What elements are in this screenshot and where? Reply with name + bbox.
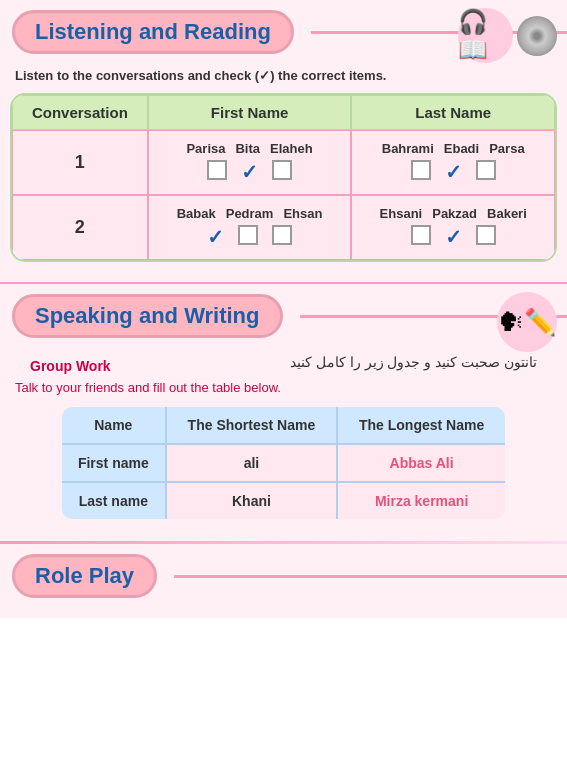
speaking-icon: 🗣✏️ [497, 292, 557, 352]
listening-reading-section: Listening and Reading 🎧📖 Listen to the c… [0, 0, 567, 284]
cb-babak-checked[interactable]: ✓ [207, 225, 224, 249]
roleplay-header: Role Play [12, 554, 157, 598]
names-table: Name The Shortest Name The Longest Name … [60, 405, 507, 521]
names-table-row-firstname: First name ali Abbas Ali [61, 444, 506, 482]
roleplay-title: Role Play [35, 563, 134, 589]
row-lastname-label: Last name [61, 482, 166, 520]
cb-ebadi-checked[interactable]: ✓ [445, 160, 462, 184]
firstname-1: Parisa Bita Elaheh ✓ [148, 130, 352, 195]
roleplay-section: Role Play [0, 544, 567, 618]
name-babak: Babak [177, 206, 216, 221]
cb-ehsan[interactable] [272, 225, 292, 245]
disc-icon [517, 16, 557, 56]
lastname-2-checkboxes: ✓ [411, 225, 496, 249]
header-conversation: Conversation [12, 95, 148, 130]
firstname-1-names: Parisa Bita Elaheh [186, 141, 312, 156]
name-ehsan: Ehsan [283, 206, 322, 221]
row-firstname-shortest: ali [166, 444, 338, 482]
speaking-writing-header: Speaking and Writing [12, 294, 283, 338]
table-header-row: Conversation First Name Last Name [12, 95, 555, 130]
firstname-2: Babak Pedram Ehsan ✓ [148, 195, 352, 260]
header-divider-3 [174, 575, 567, 578]
cb-elaheh[interactable] [272, 160, 292, 180]
conversation-2: 2 [12, 195, 148, 260]
header-firstname: First Name [148, 95, 352, 130]
listening-reading-title: Listening and Reading [35, 19, 271, 45]
name-bita: Bita [235, 141, 260, 156]
cb-ehsani[interactable] [411, 225, 431, 245]
header-lastname: Last Name [351, 95, 555, 130]
lastname-1-names: Bahrami Ebadi Parsa [382, 141, 525, 156]
speaking-writing-title: Speaking and Writing [35, 303, 260, 329]
lastname-1: Bahrami Ebadi Parsa ✓ [351, 130, 555, 195]
name-elaheh: Elaheh [270, 141, 313, 156]
listening-table: Conversation First Name Last Name 1 Pari… [10, 93, 557, 262]
col-longest: The Longest Name [337, 406, 506, 444]
row-lastname-shortest: Khani [166, 482, 338, 520]
name-pakzad: Pakzad [432, 206, 477, 221]
name-ehsani: Ehsani [380, 206, 423, 221]
firstname-1-checkboxes: ✓ [207, 160, 292, 184]
listening-reading-header: Listening and Reading [12, 10, 294, 54]
name-bahrami: Bahrami [382, 141, 434, 156]
cb-bita-checked[interactable]: ✓ [241, 160, 258, 184]
instruction-text: Listen to the conversations and check (✓… [15, 68, 552, 83]
arabic-instruction: تانتون صحبت کنید و جدول زیر را کامل کنید [290, 354, 537, 370]
speaking-writing-section: Speaking and Writing 🗣✏️ Group Work تانت… [0, 284, 567, 541]
name-pedram: Pedram [226, 206, 274, 221]
cb-parisa[interactable] [207, 160, 227, 180]
lastname-2: Ehsani Pakzad Bakeri ✓ [351, 195, 555, 260]
cb-bakeri[interactable] [476, 225, 496, 245]
table-row-1: 1 Parisa Bita Elaheh ✓ Bahrami Ebadi Par… [12, 130, 555, 195]
talk-instruction: Talk to your friends and fill out the ta… [15, 380, 552, 395]
name-parsa: Parsa [489, 141, 524, 156]
name-parisa: Parisa [186, 141, 225, 156]
col-name: Name [61, 406, 166, 444]
cb-parsa[interactable] [476, 160, 496, 180]
section1-icons: 🎧📖 [458, 8, 557, 63]
headphone-book-icon: 🎧📖 [458, 8, 513, 63]
col-shortest: The Shortest Name [166, 406, 338, 444]
cb-pakzad-checked[interactable]: ✓ [445, 225, 462, 249]
names-table-header-row: Name The Shortest Name The Longest Name [61, 406, 506, 444]
lastname-1-checkboxes: ✓ [411, 160, 496, 184]
name-bakeri: Bakeri [487, 206, 527, 221]
row-lastname-longest: Mirza kermani [337, 482, 506, 520]
cb-bahrami[interactable] [411, 160, 431, 180]
table-row-2: 2 Babak Pedram Ehsan ✓ Ehsani Pakzad Bak… [12, 195, 555, 260]
conversation-1: 1 [12, 130, 148, 195]
row-firstname-label: First name [61, 444, 166, 482]
names-table-row-lastname: Last name Khani Mirza kermani [61, 482, 506, 520]
firstname-2-names: Babak Pedram Ehsan [177, 206, 323, 221]
lastname-2-names: Ehsani Pakzad Bakeri [380, 206, 527, 221]
firstname-2-checkboxes: ✓ [207, 225, 292, 249]
group-work-label: Group Work [30, 358, 111, 374]
row-firstname-longest: Abbas Ali [337, 444, 506, 482]
cb-pedram[interactable] [238, 225, 258, 245]
name-ebadi: Ebadi [444, 141, 479, 156]
